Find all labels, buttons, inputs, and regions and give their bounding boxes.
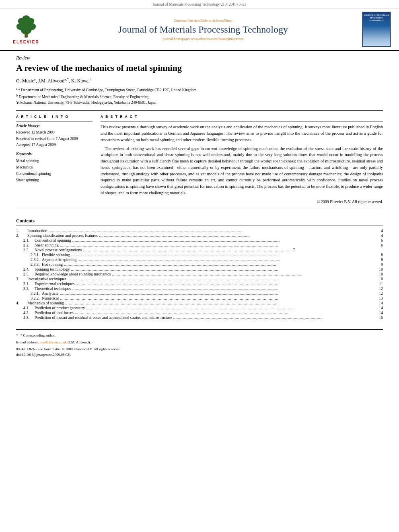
toc-item-1: 1. Introduction ........................… bbox=[16, 228, 383, 233]
email-person: (J.M. Allwood). bbox=[68, 340, 91, 344]
accepted-date: Accepted 17 August 2009 bbox=[16, 142, 93, 148]
keyword-3: Conventional spinning bbox=[16, 170, 93, 177]
abstract-text: This review presents a thorough survey o… bbox=[101, 124, 383, 204]
abstract-para1: This review presents a thorough survey o… bbox=[101, 124, 383, 143]
star-symbol: * bbox=[16, 333, 18, 339]
article-title: A review of the mechanics of metal spinn… bbox=[16, 63, 383, 73]
email-label: E-mail address: bbox=[16, 340, 39, 344]
svg-point-8 bbox=[25, 33, 27, 35]
toc-item-4: 4. Mechanics of spinning ...............… bbox=[16, 301, 383, 305]
footer: * * Corresponding author. E-mail address… bbox=[16, 329, 383, 357]
affiliation-b: b Department of Mechanical Engineering &… bbox=[16, 93, 383, 106]
copyright: © 2009 Elsevier B.V. All rights reserved… bbox=[101, 199, 383, 205]
toc-item-2-1: 2.1. Conventional spinning .............… bbox=[16, 238, 383, 242]
journal-cover-image: JOURNAL OF MATERIALS PROCESSING TECHNOLO… bbox=[362, 12, 391, 47]
journal-reference: Journal of Materials Processing Technolo… bbox=[0, 0, 399, 8]
sciencedirect-prefix: Contents lists available at bbox=[174, 18, 212, 23]
toc-item-2-3-3: 2.3.3. Hot spinning ....................… bbox=[16, 262, 383, 267]
toc-item-2-5: 2.5. Required knowledge about spinning m… bbox=[16, 272, 383, 276]
cover-title: JOURNAL OF MATERIALS PROCESSING TECHNOLO… bbox=[363, 14, 390, 22]
toc-item-2-3: 2.3. Novel process configurations ......… bbox=[16, 248, 383, 252]
elsevier-logo: ELSEVIER bbox=[8, 15, 44, 44]
svg-rect-9 bbox=[25, 35, 27, 38]
toc-list: 1. Introduction ........................… bbox=[16, 228, 383, 320]
history-label: Article history: bbox=[16, 124, 93, 128]
keyword-4: Shear spinning bbox=[16, 177, 93, 183]
abstract-divider bbox=[101, 121, 383, 121]
keywords-label: Keywords: bbox=[16, 152, 93, 156]
article-dates: Received 12 March 2009 Received in revis… bbox=[16, 129, 93, 148]
keyword-2: Mechanics bbox=[16, 164, 93, 170]
doi-line: doi:10.1016/j.jmatprotec.2009.08.021 bbox=[16, 353, 383, 357]
journal-main-title: Journal of Materials Processing Technolo… bbox=[48, 24, 358, 35]
toc-item-3-2-2: 3.2.2. Numerical .......................… bbox=[16, 296, 383, 300]
toc-item-2-3-2: 2.3.2. Asymmetric spinning .............… bbox=[16, 257, 383, 262]
journal-homepage: journal homepage: www.elsevier.com/locat… bbox=[48, 37, 358, 41]
article-info-column: A R T I C L E I N F O Article history: R… bbox=[16, 115, 93, 204]
toc-item-2-3-1: 2.3.1. Flexible spinning ...............… bbox=[16, 253, 383, 257]
journal-ref-text: Journal of Materials Processing Technolo… bbox=[153, 2, 247, 6]
toc-item-2-4: 2.4. Spinning terminology ..............… bbox=[16, 267, 383, 271]
article-info-section-label: A R T I C L E I N F O bbox=[16, 115, 93, 119]
affiliation-a: a ᵃ Department of Engineering, Universit… bbox=[16, 86, 383, 93]
issn-rights: 0924-0136/$ – see front matter © 2009 El… bbox=[16, 347, 383, 351]
article-type: Review bbox=[16, 55, 383, 61]
article-info-abstract: A R T I C L E I N F O Article history: R… bbox=[16, 110, 383, 209]
abstract-column: A B S T R A C T This review presents a t… bbox=[101, 115, 383, 204]
email-note: E-mail address: jma42@cam.ac.uk (J.M. Al… bbox=[16, 340, 383, 345]
keywords-list: Metal spinning Mechanics Conventional sp… bbox=[16, 158, 93, 184]
homepage-url[interactable]: www.elsevier.com/locate/jmatprotec bbox=[191, 37, 243, 41]
keyword-1: Metal spinning bbox=[16, 158, 93, 164]
toc-item-2: 2. Spinning classification and process f… bbox=[16, 233, 383, 238]
homepage-prefix: journal homepage: bbox=[163, 37, 191, 41]
rights-text: – see front matter © 2009 Elsevier B.V. … bbox=[35, 347, 121, 351]
sciencedirect-link: Contents lists available at ScienceDirec… bbox=[48, 18, 358, 23]
journal-header: ELSEVIER Contents lists available at Sci… bbox=[0, 8, 399, 51]
toc-item-3: 3. Investigative techniques ............… bbox=[16, 277, 383, 281]
received-date: Received 12 March 2009 bbox=[16, 129, 93, 136]
toc-item-3-1: 3.1. Experimental techniques ...........… bbox=[16, 281, 383, 286]
toc-item-4-3: 4.3. Prediction of instant and residual … bbox=[16, 315, 383, 320]
contents-title: Contents bbox=[16, 218, 383, 226]
toc-item-4-1: 4.1. Prediction of product geometry ....… bbox=[16, 306, 383, 310]
corresponding-author-text: * Corresponding author. bbox=[21, 333, 56, 337]
doi-value[interactable]: doi:10.1016/j.jmatprotec.2009.08.021 bbox=[16, 353, 71, 357]
abstract-section-label: A B S T R A C T bbox=[101, 115, 383, 119]
contents-section: Contents 1. Introduction ...............… bbox=[16, 215, 383, 320]
toc-item-3-2-1: 3.2.1. Analytical ......................… bbox=[16, 291, 383, 296]
abstract-para2: The review of existing work has revealed… bbox=[101, 146, 383, 196]
revised-date: Received in revised form 7 August 2009 bbox=[16, 136, 93, 142]
email-address[interactable]: jma42@cam.ac.uk bbox=[39, 340, 66, 344]
elsevier-brand: ELSEVIER bbox=[13, 40, 39, 44]
issn: 0924-0136/$ bbox=[16, 347, 35, 351]
divider bbox=[16, 121, 93, 121]
page: Journal of Materials Processing Technolo… bbox=[0, 0, 399, 532]
toc-item-3-2: 3.2. Theoretical techniques ............… bbox=[16, 286, 383, 291]
journal-title-area: Contents lists available at ScienceDirec… bbox=[44, 18, 362, 41]
toc-item-2-2: 2.2. Shear spinning ....................… bbox=[16, 243, 383, 247]
corresponding-author-note: * * Corresponding author. bbox=[16, 333, 383, 339]
sciencedirect-label[interactable]: ScienceDirect bbox=[212, 18, 232, 23]
main-content: Review A review of the mechanics of meta… bbox=[0, 51, 399, 361]
affiliations: a ᵃ Department of Engineering, Universit… bbox=[16, 86, 383, 105]
elsevier-tree-icon bbox=[12, 15, 40, 39]
authors-line: O. Musica, J.M. Allwooda,*, K. Kawaib bbox=[16, 77, 383, 84]
svg-point-7 bbox=[22, 15, 30, 22]
toc-item-4-2: 4.2. Prediction of tool forces .........… bbox=[16, 310, 383, 315]
